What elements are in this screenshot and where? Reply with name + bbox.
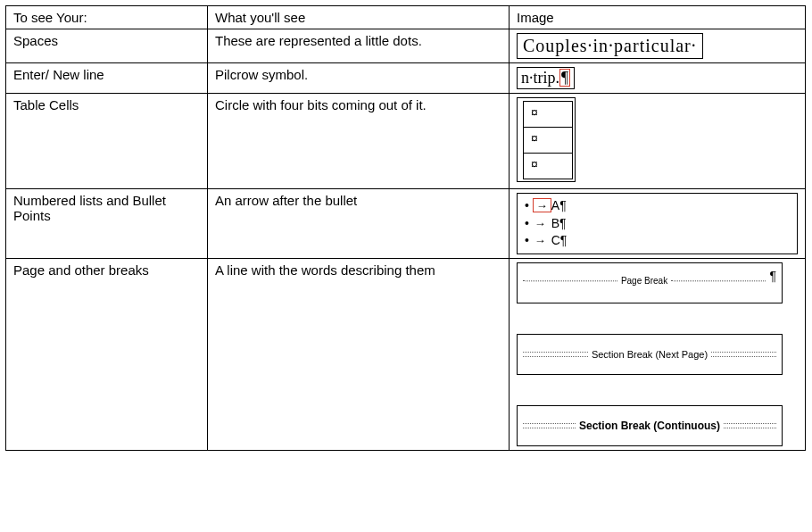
pilcrow-icon: ¶: [769, 269, 776, 283]
row-breaks-name: Page and other breaks: [6, 258, 208, 450]
enter-sample-prefix: n·trip.: [521, 69, 559, 87]
formatting-marks-table: To see Your: What you'll see Image Space…: [5, 5, 806, 451]
pilcrow-icon: ¶: [561, 69, 568, 87]
dotted-line-icon: [671, 280, 766, 281]
tab-arrow-icon: →: [536, 199, 548, 212]
section-break-next-sample: Section Break (Next Page): [517, 334, 783, 375]
row-spaces-desc: These are represented a little dots.: [208, 29, 510, 63]
row-breaks-image: Page Break ¶ Section Break (Next Page) S…: [510, 258, 806, 450]
double-dotted-line-icon: [523, 352, 588, 357]
bullet-text-b: B¶: [551, 216, 567, 230]
bullet-text-a: A¶: [551, 198, 567, 212]
row-enter-name: Enter/ New line: [6, 63, 208, 94]
section-break-line: Section Break (Continuous): [523, 420, 776, 432]
row-cells-desc: Circle with four bits coming out of it.: [208, 94, 510, 189]
page-break-sample: Page Break ¶: [517, 262, 783, 303]
section-next-label: Section Break (Next Page): [588, 349, 711, 360]
row-breaks: Page and other breaks A line with the wo…: [6, 258, 806, 450]
row-spaces-image: Couples·in·particular·: [510, 29, 806, 63]
row-cells-name: Table Cells: [6, 94, 208, 189]
header-row: To see Your: What you'll see Image: [6, 6, 806, 29]
header-col3: Image: [510, 6, 806, 29]
enter-sample-box: n·trip.¶: [517, 67, 575, 89]
cell-mark-2: ¤: [524, 128, 573, 154]
bullet-dot-icon: •: [525, 198, 529, 212]
bullet-row-a: • →A¶: [525, 197, 788, 215]
row-enter-desc: Pilcrow symbol.: [208, 63, 510, 94]
spaces-sample-box: Couples·in·particular·: [517, 33, 703, 59]
row-enter-image: n·trip.¶: [510, 63, 806, 94]
page-break-label: Page Break: [617, 276, 671, 286]
section-cont-label: Section Break (Continuous): [576, 420, 724, 432]
header-col2: What you'll see: [208, 6, 510, 29]
pilcrow-highlight: ¶: [559, 69, 570, 87]
tab-arrow-icon: →: [534, 234, 546, 247]
bullet-text-c: C¶: [551, 233, 568, 247]
row-cells-image: ¤ ¤ ¤: [510, 94, 806, 189]
mini-table: ¤ ¤ ¤: [523, 101, 573, 179]
row-spaces: Spaces These are represented a little do…: [6, 29, 806, 63]
double-dotted-line-icon: [523, 423, 576, 428]
tab-arrow-icon: →: [534, 217, 546, 230]
page-break-line: Page Break: [523, 276, 766, 286]
row-table-cells: Table Cells Circle with four bits coming…: [6, 94, 806, 189]
cell-mark-3: ¤: [524, 154, 573, 179]
bullet-dot-icon: •: [525, 233, 529, 247]
table-cells-sample-box: ¤ ¤ ¤: [517, 97, 576, 182]
row-lists-desc: An arrow after the bullet: [208, 189, 510, 259]
bullet-row-b: • → B¶: [525, 215, 788, 233]
double-dotted-line-icon: [724, 423, 776, 428]
row-lists: Numbered lists and Bullet Points An arro…: [6, 189, 806, 259]
section-break-continuous-sample: Section Break (Continuous): [517, 405, 783, 446]
bullet-sample-box: • →A¶ • → B¶ • → C¶: [517, 193, 798, 254]
double-dotted-line-icon: [711, 352, 776, 357]
header-col1: To see Your:: [6, 6, 208, 29]
row-enter: Enter/ New line Pilcrow symbol. n·trip.¶: [6, 63, 806, 94]
cell-mark-1: ¤: [524, 102, 573, 128]
dotted-line-icon: [523, 280, 617, 281]
bullet-row-c: • → C¶: [525, 232, 788, 250]
row-lists-name: Numbered lists and Bullet Points: [6, 189, 208, 259]
row-lists-image: • →A¶ • → B¶ • → C¶: [510, 189, 806, 259]
row-spaces-name: Spaces: [6, 29, 208, 63]
section-break-line: Section Break (Next Page): [523, 349, 776, 360]
arrow-highlight: →: [533, 198, 551, 212]
bullet-dot-icon: •: [525, 216, 529, 230]
row-breaks-desc: A line with the words describing them: [208, 258, 510, 450]
